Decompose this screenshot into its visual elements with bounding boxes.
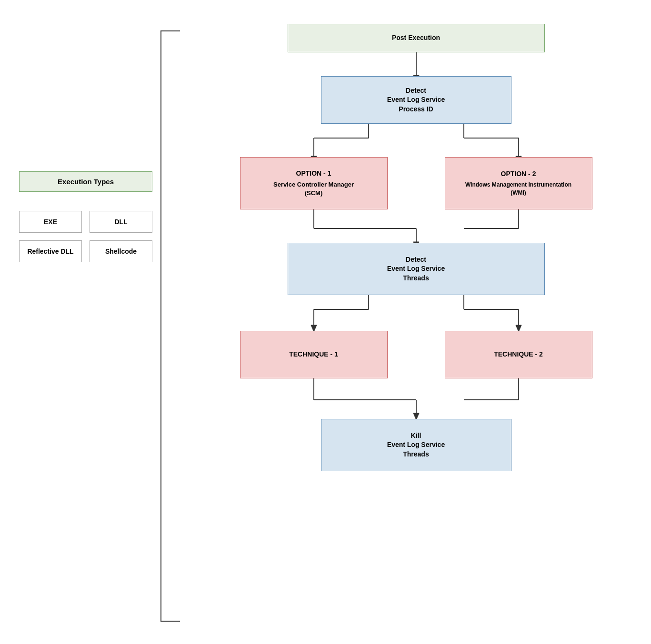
detect-threads-box: Detect Event Log Service Threads [288, 243, 545, 295]
option2-box: OPTION - 2 Windows Management Instrument… [445, 157, 592, 209]
exec-item-reflective-dll: Reflective DLL [19, 240, 82, 262]
option1-title: OPTION - 1 [296, 169, 331, 178]
post-execution-box: Post Execution [288, 24, 545, 52]
technique1-box: TECHNIQUE - 1 [240, 331, 388, 378]
right-panel: Post Execution Detect Event Log Service … [190, 19, 641, 625]
detect-process-id-box: Detect Event Log Service Process ID [321, 76, 511, 124]
left-panel: Execution Types EXE DLL Reflective DLL S… [10, 162, 162, 625]
execution-types-grid: EXE DLL Reflective DLL Shellcode [19, 211, 152, 262]
exec-item-dll: DLL [90, 211, 152, 233]
exec-item-shellcode: Shellcode [90, 240, 152, 262]
execution-types-box: Execution Types [19, 171, 152, 192]
bracket-svg [151, 26, 190, 626]
option2-body: Windows Management Instrumentation (WMI) [465, 181, 571, 197]
option1-body: Service Controller Manager (SCM) [273, 180, 354, 198]
kill-threads-box: Kill Event Log Service Threads [321, 419, 511, 471]
technique2-box: TECHNIQUE - 2 [445, 331, 592, 378]
option2-title: OPTION - 2 [501, 169, 536, 179]
execution-types-label: Execution Types [58, 178, 114, 186]
option1-box: OPTION - 1 Service Controller Manager (S… [240, 157, 388, 209]
exec-item-exe: EXE [19, 211, 82, 233]
